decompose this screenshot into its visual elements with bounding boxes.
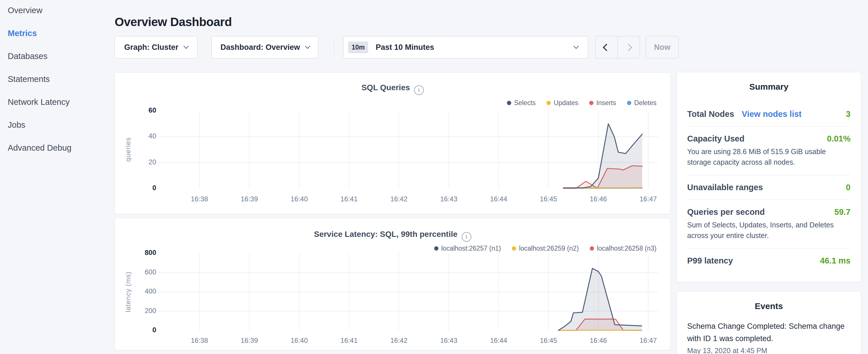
chevron-down-icon xyxy=(183,43,189,49)
legend-item: Inserts xyxy=(589,99,616,107)
legend-item: localhost:26259 (n2) xyxy=(512,245,579,252)
sql-queries-plot[interactable] xyxy=(158,109,662,190)
y-axis-tick-label: 400 xyxy=(127,287,156,295)
time-step-back-button[interactable] xyxy=(595,36,618,58)
legend-dot-icon xyxy=(590,246,594,251)
sidebar-item-advanced-debug[interactable]: Advanced Debug xyxy=(8,142,72,154)
chart-title-text: Service Latency: SQL, 99th percentile xyxy=(314,230,457,238)
y-axis-tick-label: 0 xyxy=(127,326,156,334)
x-axis-tick-label: 16:44 xyxy=(486,336,512,345)
summary-label: Unavailable ranges xyxy=(687,183,763,192)
view-nodes-list-link[interactable]: View nodes list xyxy=(742,109,802,119)
events-title: Events xyxy=(687,301,850,311)
service-latency-plot[interactable] xyxy=(158,252,662,335)
x-axis-tick-label: 16:47 xyxy=(635,195,661,203)
x-axis-tick-label: 16:41 xyxy=(336,336,362,345)
summary-label: P99 latency xyxy=(687,256,733,265)
time-range-label: Past 10 Minutes xyxy=(376,43,434,52)
sidebar-item-statements[interactable]: Statements xyxy=(8,73,50,85)
x-axis-tick-label: 16:44 xyxy=(486,195,512,203)
x-axis-tick-label: 16:39 xyxy=(237,195,262,203)
legend-label: Updates xyxy=(554,99,578,107)
summary-value: 46.1 ms xyxy=(820,256,850,265)
legend-dot-icon xyxy=(627,101,631,105)
divider xyxy=(687,248,850,249)
y-axis-tick-label: 60 xyxy=(127,106,156,114)
summary-value: 0 xyxy=(846,183,850,192)
dashboard-dropdown-label: Dashboard: Overview xyxy=(220,43,300,52)
legend-dot-icon xyxy=(507,101,511,105)
service-latency-chart-card: Service Latency: SQL, 99th percentilei l… xyxy=(115,218,671,350)
sidebar-item-databases[interactable]: Databases xyxy=(8,51,48,62)
summary-row-p99-latency: P99 latency 46.1 ms xyxy=(687,256,850,265)
sidebar-nav: OverviewMetricsDatabasesStatementsNetwor… xyxy=(0,0,115,354)
y-axis-tick-label: 40 xyxy=(127,132,156,140)
summary-subtext: You are using 28.6 MiB of 515.9 GiB usab… xyxy=(687,147,850,167)
legend-label: Selects xyxy=(514,99,535,107)
event-timestamp: May 13, 2020 at 4:45 PM xyxy=(687,347,850,354)
x-axis-tick-label: 16:40 xyxy=(286,336,312,345)
chart-legend: localhost:26257 (n1)localhost:26259 (n2)… xyxy=(434,245,656,252)
summary-label: Queries per second xyxy=(687,207,765,217)
graph-scope-label: Graph: Cluster xyxy=(124,43,178,52)
time-step-buttons xyxy=(595,36,640,58)
dashboard-dropdown[interactable]: Dashboard: Overview xyxy=(212,36,318,58)
x-axis-tick-label: 16:43 xyxy=(436,336,462,345)
x-axis-tick-label: 16:46 xyxy=(585,336,611,345)
chevron-down-icon xyxy=(574,43,579,49)
chevron-down-icon xyxy=(305,43,310,49)
x-axis-tick-label: 16:47 xyxy=(635,336,661,345)
chevron-left-icon xyxy=(602,43,610,51)
summary-label: Total Nodes xyxy=(687,109,734,119)
chevron-right-icon xyxy=(625,43,632,51)
summary-value: 59.7 xyxy=(834,207,850,217)
time-range-badge: 10m xyxy=(348,41,368,53)
divider xyxy=(687,200,850,200)
y-axis-tick-label: 600 xyxy=(127,268,156,276)
x-axis-tick-label: 16:46 xyxy=(585,195,611,203)
legend-dot-icon xyxy=(512,246,516,251)
summary-row-queries-per-second: Queries per second 59.7 xyxy=(687,207,850,217)
sidebar-item-overview[interactable]: Overview xyxy=(8,5,42,16)
chart-legend: SelectsUpdatesInsertsDeletes xyxy=(507,99,656,107)
legend-item: localhost:26257 (n1) xyxy=(434,245,501,252)
now-button-label: Now xyxy=(654,43,671,52)
now-button[interactable]: Now xyxy=(646,36,679,58)
legend-item: Updates xyxy=(547,99,578,107)
summary-title: Summary xyxy=(687,82,850,92)
legend-label: Deletes xyxy=(634,99,656,107)
legend-label: localhost:26259 (n2) xyxy=(519,245,579,252)
divider xyxy=(687,126,850,127)
y-axis-tick-label: 200 xyxy=(127,307,156,315)
sidebar-item-jobs[interactable]: Jobs xyxy=(8,119,25,131)
x-axis-tick-label: 16:40 xyxy=(286,195,312,203)
chart-title-text: SQL Queries xyxy=(361,83,410,92)
info-icon[interactable]: i xyxy=(414,85,424,95)
summary-panel: Summary Total Nodes View nodes list 3 Ca… xyxy=(677,72,861,282)
y-axis-tick-label: 20 xyxy=(127,158,156,166)
events-panel: Events Schema Change Completed: Schema c… xyxy=(677,291,861,354)
event-list-item[interactable]: Schema Change Completed: Schema change w… xyxy=(687,320,850,345)
legend-item: Deletes xyxy=(627,99,656,107)
sidebar-item-network-latency[interactable]: Network Latency xyxy=(8,96,70,108)
sidebar-item-metrics[interactable]: Metrics xyxy=(8,28,37,39)
x-axis-tick-label: 16:45 xyxy=(535,336,561,345)
time-step-forward-button[interactable] xyxy=(618,36,640,58)
x-axis-tick-label: 16:43 xyxy=(436,195,462,203)
time-range-dropdown[interactable]: 10m Past 10 Minutes xyxy=(343,36,588,58)
chart-title: Service Latency: SQL, 99th percentilei xyxy=(115,230,670,242)
x-axis-tick-label: 16:42 xyxy=(386,336,412,345)
legend-dot-icon xyxy=(589,101,593,105)
graph-scope-dropdown[interactable]: Graph: Cluster xyxy=(115,36,197,58)
page-title: Overview Dashboard xyxy=(115,14,232,30)
legend-dot-icon xyxy=(434,246,438,251)
sql-queries-chart-card: SQL Queriesi SelectsUpdatesInsertsDelete… xyxy=(115,72,671,214)
summary-value: 0.01% xyxy=(827,134,850,143)
x-axis-tick-label: 16:45 xyxy=(535,195,561,203)
info-icon[interactable]: i xyxy=(462,232,471,242)
chart-title: SQL Queriesi xyxy=(115,83,670,95)
summary-subtext: Sum of Selects, Updates, Inserts, and De… xyxy=(687,220,850,241)
x-axis-tick-label: 16:38 xyxy=(187,195,212,203)
summary-value: 3 xyxy=(846,109,850,119)
legend-label: Inserts xyxy=(596,99,616,107)
